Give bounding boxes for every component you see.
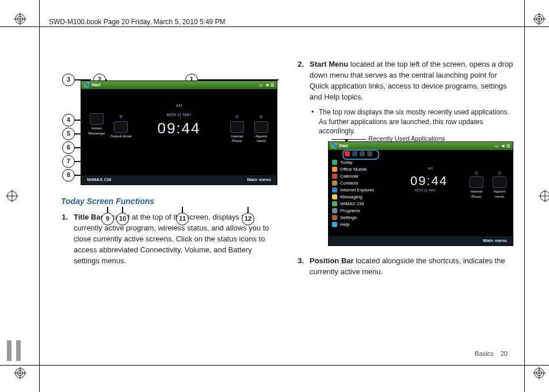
today-screen-figure: Start ▭ ◀ ▥ AM 09:44 MON 11 MAY Instant … [81,81,277,185]
reg-mark-icon [6,190,18,202]
callout-7: 7 [62,155,75,168]
start-label: Start [92,82,101,88]
page-footer: Basics 20 [475,349,508,359]
softkey-right: Main menu [483,237,507,244]
today-icon [332,160,337,165]
reg-mark-icon [533,367,546,379]
start-label: Start [339,143,348,149]
reg-mark-icon [14,13,26,25]
help-icon [332,222,337,227]
battery-icon: ▥ [506,143,510,149]
battery-icon: ▥ [270,82,274,88]
programs-icon [332,208,337,213]
app-label: Internet Phone [231,134,243,143]
callout-6: 6 [62,141,75,154]
start-menu-list: Today Office Mobile Calendar Contacts In… [332,159,374,228]
app-label: Appoint ments [256,134,267,143]
reg-mark-icon [533,13,546,25]
ampm-label: AM [428,166,433,171]
office-icon [332,167,337,172]
calendar-icon [332,174,337,179]
app-label: Instant Messenger [88,126,105,135]
list-number: 2. [293,59,304,102]
ampm-label: AM [176,103,182,109]
section-heading: Today Screen Functions [61,195,279,207]
windows-icon [331,143,337,149]
reg-mark-icon [14,367,26,379]
callout-9: 9 [101,213,114,225]
windows-icon [83,82,89,88]
doc-path: SWD-M100.book Page 20 Friday, March 5, 2… [49,17,226,27]
term-bold: Start Menu [310,60,348,68]
list-item: 2. Start Menu located at the top left of… [293,57,514,104]
softkey-left: WiMAX CM [87,176,111,183]
start-menu-figure: Start ▭ ◀ ▥ Today [328,141,513,246]
contacts-icon [332,180,337,186]
app-icon [360,151,365,156]
signal-icon: ▭ [495,143,499,149]
app-icon [367,151,372,156]
ie-icon [332,187,337,193]
signal-icon: ▭ [259,82,263,88]
app-label: Internet Phone [471,190,482,198]
opera-icon [345,151,350,156]
date-label: MON 11 MAY [415,188,436,193]
app-label: Appoint ments [494,190,505,198]
term-bold: Position Bar [310,256,354,265]
callout-8: 8 [62,169,75,182]
app-icon [352,151,357,156]
list-number: 1. [58,212,68,266]
list-number: 3. [293,256,304,278]
callout-4: 4 [62,114,75,126]
bullet-item: •The top row displays the six mostly rec… [310,107,514,136]
callout-5: 5 [62,128,75,140]
list-item: 3. Position Bar located alongside the sh… [293,254,514,279]
callout-3: 3 [62,74,75,86]
term-bold: Title Bar [74,213,104,221]
color-bar-icon [16,340,21,361]
speaker-icon: ◀ [501,143,504,149]
app-label: Outlook Email [110,134,131,138]
callout-12: 12 [242,213,254,225]
messaging-icon [332,194,337,199]
reg-mark-icon [539,190,549,202]
softkey-right: Main menu [247,176,271,183]
callout-10: 10 [116,213,129,225]
body-text: The top row displays the six mostly rece… [319,107,514,136]
callout-11: 11 [176,213,189,225]
settings-icon [332,215,337,220]
color-bar-icon [7,340,12,361]
wimax-icon [332,201,337,206]
speaker-icon: ◀ [265,82,268,88]
